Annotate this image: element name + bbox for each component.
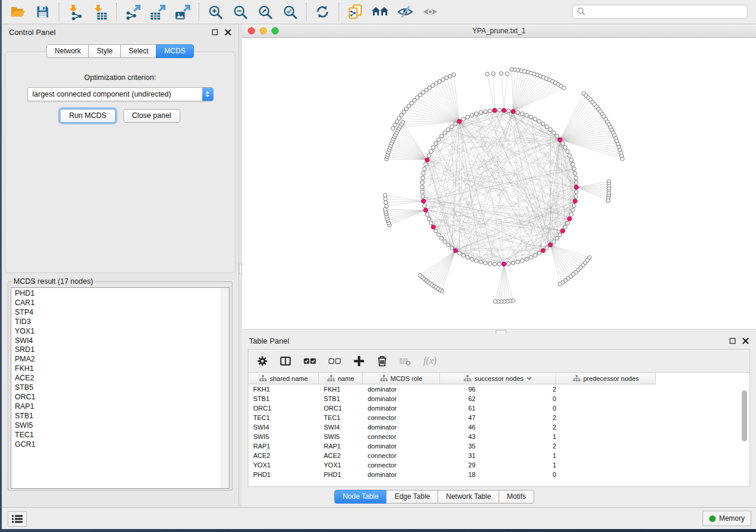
zoom-selected-button[interactable] (280, 3, 299, 21)
zoom-out-button[interactable] (231, 3, 250, 21)
cell-name: STB1 (319, 394, 363, 403)
cell-shared-name: SWI4 (248, 422, 319, 432)
mcds-result-item[interactable]: PMA2 (15, 355, 229, 364)
hide-selected-button[interactable] (395, 3, 414, 21)
zoom-in-button[interactable] (206, 3, 225, 21)
export-image-button[interactable] (173, 3, 192, 21)
mcds-result-item[interactable]: GCR1 (15, 440, 229, 450)
table-tab-motifs[interactable]: Motifs (499, 490, 534, 504)
tab-mcds[interactable]: MCDS (156, 44, 193, 58)
first-neighbors-button[interactable] (371, 3, 390, 21)
column-header-predecessor-nodes[interactable]: predecessor nodes (556, 373, 656, 384)
float-table-panel-icon[interactable] (729, 338, 736, 344)
tab-select[interactable]: Select (120, 44, 157, 58)
mcds-result-item[interactable]: TID3 (15, 318, 229, 327)
mcds-list-scrollbar[interactable] (221, 288, 229, 488)
mcds-result-item[interactable]: TEC1 (15, 431, 229, 440)
network-graph[interactable] (242, 38, 756, 329)
export-table-button[interactable] (148, 3, 167, 21)
mcds-result-item[interactable]: ORC1 (15, 393, 229, 402)
column-header-mcds-role[interactable]: MCDS role (363, 373, 440, 384)
table-row[interactable]: FKH1FKH1dominator962 (248, 384, 749, 394)
show-column-button[interactable] (280, 355, 291, 367)
network-node (520, 112, 524, 116)
network-node (422, 199, 426, 203)
mcds-result-item[interactable]: SWI5 (15, 421, 229, 431)
main-toolbar (2, 0, 756, 24)
run-mcds-button[interactable]: Run MCDS (60, 109, 115, 123)
network-node (488, 109, 492, 113)
window-zoom-button[interactable] (272, 27, 279, 34)
criterion-select[interactable]: largest connected component (undirected) (27, 87, 213, 101)
table-row[interactable]: SWI5SWI5connector431 (248, 432, 749, 441)
cell-mcds-role: connector (363, 451, 440, 460)
add-column-button[interactable] (353, 355, 364, 367)
window-minimize-button[interactable] (260, 27, 267, 34)
table-row[interactable]: STB1STB1dominator620 (248, 394, 749, 403)
mcds-result-item[interactable]: STP4 (15, 308, 229, 318)
tab-network[interactable]: Network (46, 44, 89, 58)
mcds-result-item[interactable]: ACE2 (15, 374, 229, 383)
network-node (452, 73, 455, 76)
task-history-button[interactable] (8, 511, 27, 527)
table-row[interactable]: ACE2ACE2connector311 (248, 451, 749, 460)
table-tab-edge-table[interactable]: Edge Table (386, 490, 438, 504)
close-panel-icon[interactable] (225, 29, 231, 36)
duplicate-network-button[interactable] (346, 3, 365, 21)
table-tab-node-table[interactable]: Node Table (334, 490, 387, 504)
show-all-button[interactable] (420, 3, 439, 21)
close-panel-button[interactable]: Close panel (123, 109, 180, 123)
import-network-icon (68, 4, 83, 20)
table-row[interactable]: PHD1PHD1dominator180 (248, 470, 749, 479)
clear-selection-button[interactable] (328, 355, 341, 367)
mcds-result-item[interactable]: RAP1 (15, 402, 229, 412)
column-header-name[interactable]: name (319, 373, 363, 384)
network-node (497, 108, 501, 112)
apply-layout-button[interactable] (313, 3, 332, 21)
window-close-button[interactable] (248, 27, 255, 34)
table-row[interactable]: YOX1YOX1connector291 (248, 460, 749, 470)
open-file-button[interactable] (8, 3, 27, 21)
eye-slash-icon (397, 4, 413, 20)
table-settings-button[interactable] (257, 355, 267, 367)
mcds-result-item[interactable]: PHD1 (15, 289, 229, 299)
network-node (483, 110, 487, 113)
eye-icon (422, 4, 438, 20)
mcds-result-item[interactable]: CAR1 (15, 299, 229, 308)
mcds-result-item[interactable]: YOX1 (15, 327, 229, 336)
mcds-result-item[interactable]: FKH1 (15, 364, 229, 374)
search-input[interactable] (572, 5, 748, 19)
column-header-shared-name[interactable]: shared name (248, 373, 319, 384)
memory-button[interactable]: Memory (703, 511, 751, 526)
network-node (493, 262, 496, 266)
import-table-button[interactable] (91, 3, 110, 21)
mcds-result-item[interactable]: STB1 (15, 412, 229, 421)
float-panel-icon[interactable] (212, 29, 218, 36)
tab-style[interactable]: Style (88, 44, 121, 58)
zoom-fit-button[interactable] (256, 3, 275, 21)
save-session-button[interactable] (33, 3, 52, 21)
network-node (569, 158, 573, 162)
table-row[interactable]: ORC1ORC1dominator610 (248, 403, 749, 413)
network-canvas[interactable] (242, 38, 756, 329)
export-table-icon (150, 4, 165, 20)
select-all-button[interactable] (304, 355, 316, 367)
column-header-successor-nodes[interactable]: successor nodes (440, 373, 556, 384)
mcds-result-list[interactable]: PHD1CAR1STP4TID3YOX1SWI4SRD1PMA2FKH1ACE2… (11, 287, 229, 489)
table-row[interactable]: SWI4SWI4dominator462 (248, 422, 749, 432)
table-scrollbar-thumb[interactable] (742, 390, 747, 441)
table-row[interactable]: RAP1RAP1dominator352 (248, 441, 749, 451)
export-network-button[interactable] (123, 3, 142, 21)
table-tab-network-table[interactable]: Network Table (438, 490, 499, 504)
cell-successor-nodes: 35 (440, 441, 556, 451)
table-row[interactable]: TEC1TEC1connector472 (248, 413, 749, 422)
import-network-button[interactable] (66, 3, 85, 21)
network-node (506, 262, 510, 265)
status-bar: Memory (2, 507, 756, 529)
mcds-result-item[interactable]: STB5 (15, 383, 229, 393)
control-panel-title: Control Panel (9, 28, 56, 37)
mcds-result-item[interactable]: SWI4 (15, 336, 229, 346)
delete-columns-button[interactable] (377, 355, 387, 367)
close-table-panel-icon[interactable] (742, 338, 749, 344)
mcds-result-item[interactable]: SRD1 (15, 345, 229, 355)
